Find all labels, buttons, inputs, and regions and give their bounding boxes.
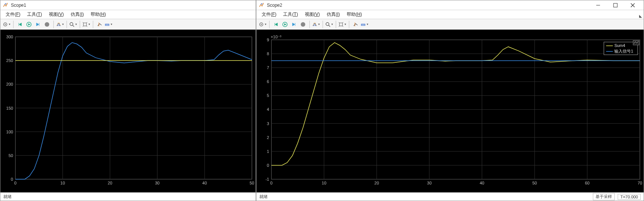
menu-sim[interactable]: 仿真(I)	[71, 11, 84, 18]
svg-line-5	[73, 25, 74, 27]
menu-file[interactable]: 文件(F)	[262, 11, 276, 18]
step-back-button[interactable]	[16, 20, 24, 29]
svg-text:40: 40	[480, 181, 484, 185]
matlab-logo-icon	[3, 2, 9, 8]
svg-text:10: 10	[322, 181, 326, 185]
scope2-plot[interactable]: 010203040506070-10123456789×10⁻³Sum4输入信号…	[256, 30, 644, 192]
svg-point-44	[261, 24, 262, 25]
svg-text:-1: -1	[265, 177, 269, 181]
svg-text:40: 40	[202, 181, 207, 185]
status-time: T=70.000	[618, 194, 641, 200]
status-sampling-label: 基于采样	[593, 193, 615, 200]
triggers-button[interactable]: ▼	[56, 20, 64, 29]
step-fwd-button[interactable]	[34, 20, 42, 29]
svg-point-46	[301, 22, 305, 27]
svg-text:200: 200	[6, 82, 13, 86]
minimize-button[interactable]	[589, 0, 607, 10]
svg-text:300: 300	[6, 35, 13, 39]
svg-text:30: 30	[427, 181, 432, 185]
svg-text:0: 0	[14, 181, 17, 185]
svg-text:60: 60	[585, 181, 589, 185]
menu-view[interactable]: 视图(V)	[49, 11, 64, 18]
scope1-statusbar: 就绪	[0, 192, 256, 201]
svg-text:9: 9	[267, 38, 269, 42]
step-fwd-button[interactable]	[290, 20, 298, 29]
cursor-button[interactable]	[95, 20, 104, 29]
zoom-button[interactable]: ▼	[69, 20, 77, 29]
autoscale-button[interactable]: ▼	[82, 20, 91, 29]
svg-text:250: 250	[6, 58, 13, 63]
scope2-menubar: 文件(F) 工具(T) 视图(V) 仿真(I) 帮助(H) ◣	[256, 10, 644, 19]
stop-button[interactable]	[299, 20, 307, 29]
svg-text:7: 7	[267, 65, 269, 70]
menu-file[interactable]: 文件(F)	[6, 11, 20, 18]
svg-text:150: 150	[6, 106, 13, 110]
scope2-window: Scope2 文件(F) 工具(T) 视图(V) 仿真(I) 帮助(H) ◣ ▼…	[256, 0, 644, 201]
svg-text:20: 20	[374, 181, 379, 185]
svg-text:0: 0	[270, 181, 273, 185]
svg-text:30: 30	[155, 181, 159, 185]
measure-button[interactable]: ▼	[105, 20, 113, 29]
config-button[interactable]: ▼	[259, 20, 267, 29]
menu-view[interactable]: 视图(V)	[305, 11, 320, 18]
svg-text:10: 10	[61, 181, 65, 185]
scope2-statusbar: 就绪 基于采样 T=70.000	[256, 192, 644, 201]
scope2-title: Scope2	[267, 3, 282, 8]
svg-text:1: 1	[267, 149, 269, 154]
menu-tools[interactable]: 工具(T)	[283, 11, 298, 18]
close-button[interactable]	[624, 0, 641, 10]
play-button[interactable]	[281, 20, 289, 29]
scope1-plot[interactable]: 01020304050050100150200250300	[0, 30, 256, 192]
menu-help[interactable]: 帮助(H)	[91, 11, 106, 18]
scope1-window: Scope1 文件(F) 工具(T) 视图(V) 仿真(I) 帮助(H) ▼ ▼…	[0, 0, 256, 201]
status-ready: 就绪	[3, 194, 12, 199]
svg-line-48	[329, 25, 330, 27]
autoscale-button[interactable]: ▼	[338, 20, 347, 29]
menu-tools[interactable]: 工具(T)	[27, 11, 42, 18]
config-button[interactable]: ▼	[3, 20, 11, 29]
svg-text:3: 3	[267, 121, 269, 126]
scope1-titlebar[interactable]: Scope1	[0, 0, 256, 10]
svg-point-3	[45, 22, 49, 27]
status-ready: 就绪	[259, 194, 268, 199]
scope2-toolbar: ▼ ▼ ▼ ▼ ▼	[256, 19, 644, 30]
matlab-logo-icon	[259, 2, 265, 8]
svg-text:70: 70	[638, 181, 642, 185]
scope2-titlebar[interactable]: Scope2	[256, 0, 644, 10]
menu-help[interactable]: 帮助(H)	[347, 11, 362, 18]
measure-button[interactable]: ▼	[361, 20, 369, 29]
maximize-button[interactable]	[607, 0, 624, 10]
svg-text:50: 50	[9, 153, 13, 158]
svg-point-47	[326, 23, 329, 26]
svg-text:20: 20	[108, 181, 112, 185]
triggers-button[interactable]: ▼	[312, 20, 320, 29]
svg-point-1	[5, 24, 6, 25]
svg-text:5: 5	[267, 93, 269, 98]
svg-text:0: 0	[11, 177, 13, 181]
svg-text:50: 50	[250, 181, 254, 185]
svg-text:×10⁻³: ×10⁻³	[271, 35, 282, 39]
svg-text:输入信号1: 输入信号1	[614, 49, 633, 53]
svg-text:4: 4	[267, 107, 269, 112]
svg-rect-49	[339, 23, 342, 26]
svg-text:Sum4: Sum4	[614, 43, 625, 48]
cursor-button[interactable]	[352, 20, 360, 29]
dock-corner-icon[interactable]: ◣	[639, 14, 642, 18]
zoom-button[interactable]: ▼	[325, 20, 333, 29]
stop-button[interactable]	[43, 20, 51, 29]
svg-rect-6	[83, 23, 86, 26]
svg-rect-40	[614, 3, 617, 7]
scope1-toolbar: ▼ ▼ ▼ ▼ ▼	[0, 19, 256, 30]
scope1-menubar: 文件(F) 工具(T) 视图(V) 仿真(I) 帮助(H)	[0, 10, 256, 19]
svg-text:8: 8	[267, 51, 269, 56]
menu-sim[interactable]: 仿真(I)	[327, 11, 340, 18]
play-button[interactable]	[25, 20, 33, 29]
svg-text:2: 2	[267, 135, 269, 140]
svg-text:6: 6	[267, 79, 269, 84]
step-back-button[interactable]	[272, 20, 280, 29]
svg-text:0: 0	[267, 163, 269, 168]
svg-text:50: 50	[532, 181, 537, 185]
svg-text:100: 100	[6, 130, 13, 134]
svg-point-4	[70, 23, 73, 26]
scope1-title: Scope1	[11, 3, 26, 8]
